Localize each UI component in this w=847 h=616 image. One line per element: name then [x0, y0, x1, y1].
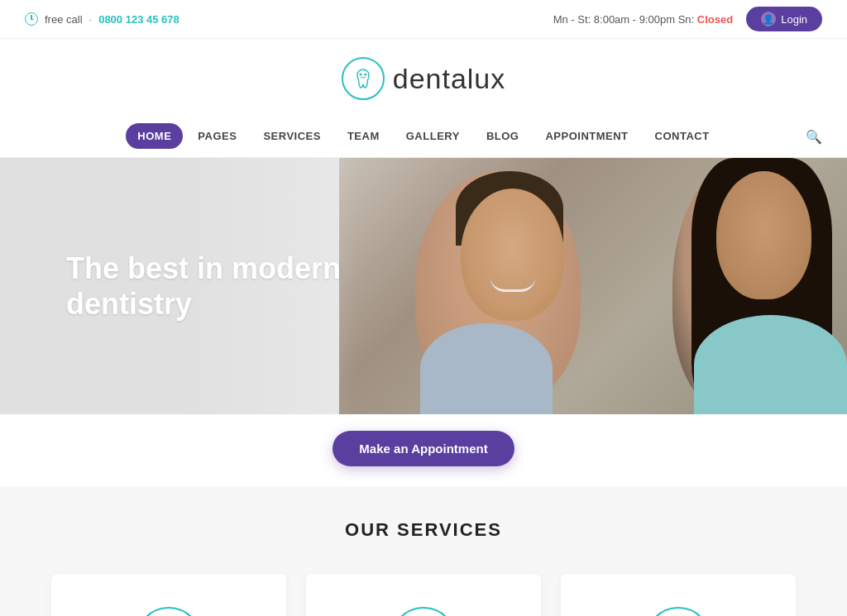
top-bar-contact: free call · 0800 123 45 678 [25, 12, 179, 26]
nav-link-blog[interactable]: BLOG [475, 123, 531, 149]
logo-icon [342, 57, 385, 100]
services-grid: Dental Implants The implant fixture is f… [51, 574, 796, 616]
hero-male-face [461, 189, 564, 321]
nav-item-blog[interactable]: BLOG [475, 123, 531, 149]
logo-link[interactable]: dentalux [342, 57, 506, 100]
free-call-label: free call [45, 13, 83, 26]
user-icon: 👤 [761, 12, 776, 26]
nav-link-team[interactable]: TEAM [336, 123, 391, 149]
nav-link-appointment[interactable]: APPOINTMENT [534, 123, 639, 149]
appointment-section: Make an Appointment [0, 414, 847, 486]
nav-item-appointment[interactable]: APPOINTMENT [534, 123, 639, 149]
nav-list: HOME PAGES SERVICES TEAM GALLERY BLOG AP… [126, 115, 720, 157]
nav-item-gallery[interactable]: GALLERY [395, 123, 471, 149]
service-card-whitening: Teeth Whitening Bleaching methods use ca… [561, 574, 796, 616]
logo-text: dentalux [393, 63, 506, 95]
login-label: Login [781, 13, 807, 26]
tooth-logo-svg [351, 66, 376, 91]
hero-male-smile [490, 277, 535, 292]
login-button[interactable]: 👤 Login [746, 7, 822, 31]
hero-title: The best in modern dentistry [66, 251, 364, 322]
whitening-icon [645, 607, 711, 616]
hero-male-shirt [420, 323, 553, 414]
search-icon: 🔍 [806, 129, 822, 143]
svg-point-0 [359, 74, 361, 76]
services-section: OUR SERVICES Dental Implants The implant… [0, 486, 847, 616]
hero-content: The best in modern dentistry [0, 251, 430, 322]
dental-implants-icon [136, 607, 202, 616]
nav-link-pages[interactable]: PAGES [186, 123, 248, 149]
clock-icon [25, 12, 38, 26]
hero-female-face [716, 171, 811, 299]
nav-link-contact[interactable]: CONTACT [644, 123, 721, 149]
closed-label: Closed [697, 13, 733, 26]
nav-item-services[interactable]: SERVICES [251, 123, 333, 149]
main-nav: HOME PAGES SERVICES TEAM GALLERY BLOG AP… [0, 115, 847, 158]
nav-link-home[interactable]: HOME [126, 123, 183, 149]
separator: · [89, 13, 93, 26]
hours-text: Mn - St: 8:00am - 9:00pm Sn: Closed [553, 13, 734, 26]
search-button[interactable]: 🔍 [806, 128, 822, 144]
appointment-button[interactable]: Make an Appointment [333, 431, 514, 466]
hero-section: The best in modern dentistry [0, 158, 847, 414]
nav-item-team[interactable]: TEAM [336, 123, 391, 149]
top-bar: free call · 0800 123 45 678 Mn - St: 8:0… [0, 0, 847, 39]
nav-item-home[interactable]: HOME [126, 123, 183, 149]
hero-female-shirt [694, 315, 847, 414]
braces-icon [390, 607, 457, 616]
nav-link-services[interactable]: SERVICES [251, 123, 333, 149]
svg-point-1 [364, 74, 366, 76]
nav-link-gallery[interactable]: GALLERY [395, 123, 471, 149]
site-header: dentalux [0, 39, 847, 115]
phone-number: 0800 123 45 678 [98, 13, 179, 26]
nav-item-pages[interactable]: PAGES [186, 123, 248, 149]
service-card-implants: Dental Implants The implant fixture is f… [51, 574, 286, 616]
service-card-braces: Braces According to scholars and histori… [306, 574, 541, 616]
top-bar-right: Mn - St: 8:00am - 9:00pm Sn: Closed 👤 Lo… [553, 7, 822, 31]
services-title: OUR SERVICES [25, 519, 822, 541]
nav-item-contact[interactable]: CONTACT [644, 123, 721, 149]
